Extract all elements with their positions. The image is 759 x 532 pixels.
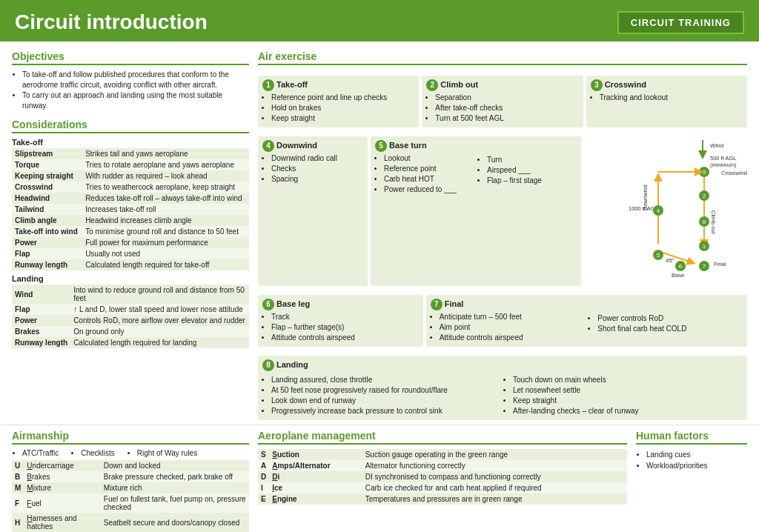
svg-line-10 bbox=[658, 251, 692, 262]
aero-row: I Ice Carb ice checked for and carb heat… bbox=[258, 482, 627, 493]
svg-text:(minimum): (minimum) bbox=[710, 162, 737, 168]
airmanship-heading: Airmanship bbox=[12, 430, 249, 445]
airman-row: U Undercarriage Down and locked bbox=[12, 460, 249, 471]
landing-right: Touch down on main wheels Let nosewheel … bbox=[504, 375, 743, 416]
table-row: Runway lengthCalculated length required … bbox=[12, 259, 249, 270]
air-exercise-heading: Air exercise bbox=[258, 50, 747, 65]
airman-row: B Brakes Brake pressure checked, park br… bbox=[12, 471, 249, 482]
exercise-baseleg: 6Base leg Track Flap – further stage(s) … bbox=[258, 295, 423, 347]
ex-title-7: Final bbox=[445, 299, 464, 308]
table-row: SlipstreamStrikes tail and yaws aeroplan… bbox=[12, 148, 249, 159]
ex-title-1: Take-off bbox=[276, 80, 308, 89]
svg-text:Downwind: Downwind bbox=[642, 184, 649, 210]
aero-row: A Amps/Alternator Alternator functioning… bbox=[258, 460, 627, 471]
svg-text:1: 1 bbox=[703, 243, 706, 250]
airmanship-table: U Undercarriage Down and locked B Brakes… bbox=[12, 460, 249, 532]
ex-list-1: Reference point and line up checks Hold … bbox=[262, 93, 414, 124]
airmanship-section: Airmanship ATC/Traffic Checklists Right … bbox=[12, 430, 249, 532]
objectives-section: Objectives To take-off and follow publis… bbox=[12, 50, 249, 111]
svg-text:Wind: Wind bbox=[710, 142, 723, 149]
landing-left: Landing assured, close throttle At 50 fe… bbox=[262, 375, 501, 416]
considerations-heading: Considerations bbox=[12, 119, 249, 133]
takeoff-label: Take-off bbox=[12, 138, 249, 147]
bottom-row: Airmanship ATC/Traffic Checklists Right … bbox=[0, 425, 759, 532]
svg-text:Base: Base bbox=[672, 272, 684, 279]
ex-list-5-right: Turn Airspeed ___ Flap – first stage bbox=[478, 155, 577, 186]
aeroplane-heading: Aeroplane management bbox=[258, 430, 627, 445]
table-row: PowerFull power for maximum performance bbox=[12, 237, 249, 248]
exercise-takeoff: 1Take-off Reference point and line up ch… bbox=[258, 76, 419, 127]
objectives-heading: Objectives bbox=[12, 50, 249, 65]
ex-list-4: Downwind radio call Checks Spacing bbox=[262, 153, 363, 184]
ex-list-6: Track Flap – further stage(s) Attitude c… bbox=[262, 312, 419, 343]
svg-text:500 ft AGL: 500 ft AGL bbox=[710, 155, 736, 162]
svg-text:5: 5 bbox=[657, 252, 660, 259]
exercise-baseturn: 5Base turn Lookout Reference point Carb … bbox=[371, 136, 581, 286]
human-factors-section: Human factors Landing cues Workload/prio… bbox=[636, 430, 747, 532]
svg-text:Crosswind: Crosswind bbox=[721, 170, 747, 176]
table-row: BrakesOn ground only bbox=[12, 326, 249, 337]
table-row: FlapUsually not used bbox=[12, 248, 249, 259]
ex-title-8: Landing bbox=[276, 360, 308, 369]
landing-inner: Landing assured, close throttle At 50 fe… bbox=[262, 373, 743, 416]
airman-row: F Fuel Fuel on fullest tank, fuel pump o… bbox=[12, 493, 249, 513]
aero-row: E Engine Temperatures and pressures are … bbox=[258, 493, 627, 505]
exercise-row-1: 1Take-off Reference point and line up ch… bbox=[258, 76, 747, 127]
table-row: Keeping straightWith rudder as required … bbox=[12, 170, 249, 182]
table-row: CrosswindTries to weathercock aeroplane,… bbox=[12, 182, 249, 193]
ex-title-2: Climb out bbox=[440, 80, 478, 89]
left-column: Objectives To take-off and follow publis… bbox=[12, 50, 249, 420]
human-factors-list: Landing cues Workload/priorities bbox=[636, 449, 747, 471]
objectives-list: To take-off and follow published procedu… bbox=[12, 70, 249, 111]
main-content: Objectives To take-off and follow publis… bbox=[0, 41, 759, 425]
svg-text:6: 6 bbox=[679, 263, 683, 270]
exercise-final: 7Final Anticipate turn – 500 feet Aim po… bbox=[426, 295, 747, 347]
svg-text:2: 2 bbox=[703, 193, 706, 199]
svg-text:8: 8 bbox=[703, 219, 706, 225]
circuit-svg: Wind 500 ft AGL (minimum) 3 Crosswind bbox=[584, 136, 747, 285]
ex-list-2: Separation After take-off checks Turn at… bbox=[426, 93, 578, 124]
ex-num-8: 8 bbox=[262, 359, 274, 371]
objectives-item: To take-off and follow published procedu… bbox=[22, 70, 249, 90]
exercise-climbout: 2Climb out Separation After take-off che… bbox=[422, 76, 583, 127]
ex-title-3: Crosswind bbox=[605, 80, 646, 89]
svg-text:Final: Final bbox=[714, 261, 726, 267]
exercise-crosswind: 3Crosswind Tracking and lookout bbox=[586, 76, 747, 127]
svg-text:4: 4 bbox=[657, 207, 660, 214]
ex-num-7: 7 bbox=[431, 299, 443, 310]
airman-row: M Mixture Mixture rich bbox=[12, 482, 249, 493]
table-row: Take-off into windTo minimise ground rol… bbox=[12, 226, 249, 237]
ex-list-7-right: Power controls RoD Short final carb heat… bbox=[589, 313, 743, 334]
table-row: Runway lengthCalculated length required … bbox=[12, 337, 249, 348]
svg-text:7: 7 bbox=[703, 263, 706, 270]
ex-list-3: Tracking and lookout bbox=[591, 93, 743, 103]
aeroplane-section: Aeroplane management S Suction Suction g… bbox=[258, 430, 627, 532]
takeoff-table: SlipstreamStrikes tail and yaws aeroplan… bbox=[12, 148, 249, 270]
ex-num-4: 4 bbox=[262, 140, 274, 152]
table-row: PowerControls RoD, more airflow over ele… bbox=[12, 315, 249, 326]
aero-row: D Di DI synchronised to compass and func… bbox=[258, 471, 627, 482]
airmanship-bullets: ATC/Traffic Checklists Right of Way rule… bbox=[12, 449, 249, 457]
circuit-diagram: Wind 500 ft AGL (minimum) 3 Crosswind bbox=[584, 136, 747, 286]
exercise-landing: 8Landing Landing assured, close throttle… bbox=[258, 356, 747, 420]
circuit-training-badge: CIRCUIT TRAINING bbox=[617, 11, 744, 34]
ex-title-5: Base turn bbox=[389, 141, 427, 150]
table-row: Climb angleHeadwind increases climb angl… bbox=[12, 215, 249, 226]
page-title: Circuit introduction bbox=[15, 10, 208, 34]
aero-row: S Suction Suction gauge operating in the… bbox=[258, 449, 627, 460]
ex-num-1: 1 bbox=[262, 79, 274, 91]
ex-num-2: 2 bbox=[426, 79, 438, 91]
airman-row: H Harnesses and hatches Seatbelt secure … bbox=[12, 513, 249, 532]
svg-text:45°: 45° bbox=[666, 257, 675, 264]
ex-list-5-left: Lookout Reference point Carb heat HOT Po… bbox=[375, 153, 474, 195]
ex-title-4: Downwind bbox=[276, 141, 317, 150]
human-factors-heading: Human factors bbox=[636, 430, 747, 445]
table-row: Flap↑ L and D, lower stall speed and low… bbox=[12, 304, 249, 315]
considerations-section: Considerations Take-off SlipstreamStrike… bbox=[12, 119, 249, 348]
ex-num-3: 3 bbox=[591, 79, 603, 91]
right-column: Air exercise 1Take-off Reference point a… bbox=[258, 50, 747, 420]
svg-text:3: 3 bbox=[703, 169, 706, 176]
page: Circuit introduction CIRCUIT TRAINING Ob… bbox=[0, 0, 759, 532]
exercise-downwind: 4Downwind Downwind radio call Checks Spa… bbox=[258, 136, 368, 286]
landing-table: WindInto wind to reduce ground roll and … bbox=[12, 285, 249, 348]
